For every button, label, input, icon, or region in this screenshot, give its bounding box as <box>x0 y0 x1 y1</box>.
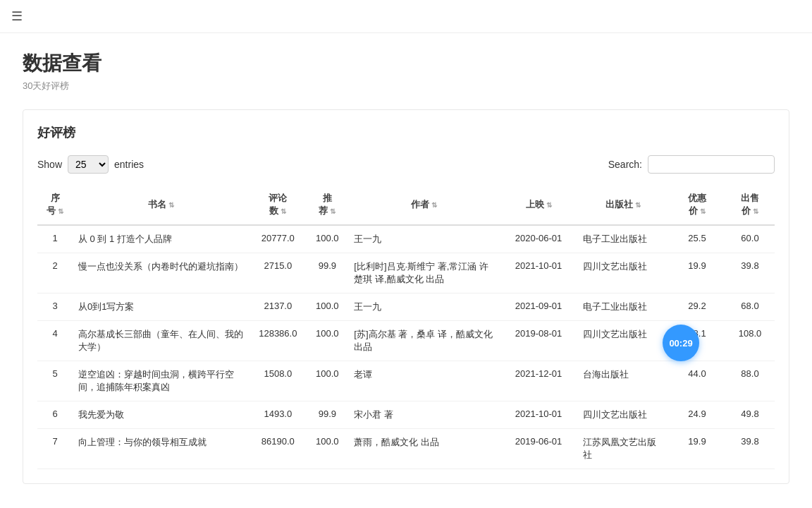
cell-date: 2021-10-01 <box>500 401 577 429</box>
cell-discount: 29.2 <box>669 294 725 321</box>
col-header-review[interactable]: 评论数⇅ <box>250 185 306 225</box>
cell-price: 39.8 <box>725 429 775 469</box>
cell-name: 慢一点也没关系（内卷时代的避坑指南） <box>73 253 250 294</box>
cell-price: 108.0 <box>725 321 775 361</box>
timer-badge[interactable]: 00:29 <box>663 325 699 361</box>
cell-discount: 19.9 <box>669 429 725 469</box>
cell-date: 2021-12-01 <box>500 361 577 401</box>
col-header-seq[interactable]: 序号⇅ <box>37 185 73 225</box>
cell-date: 2019-06-01 <box>500 429 577 469</box>
col-header-price[interactable]: 出售价⇅ <box>725 185 775 225</box>
cell-price: 68.0 <box>725 294 775 321</box>
data-table: 序号⇅ 书名⇅ 评论数⇅ 推荐⇅ 作者⇅ 上映⇅ 出版社⇅ 优惠价⇅ 出售价⇅ … <box>37 185 775 469</box>
table-row: 7 向上管理：与你的领导相互成就 86190.0 100.0 萧雨，酷威文化 出… <box>37 429 775 469</box>
cell-author: 王一九 <box>348 294 500 321</box>
cell-seq: 6 <box>37 401 73 429</box>
col-header-author[interactable]: 作者⇅ <box>348 185 500 225</box>
page-subtitle: 30天好评榜 <box>23 80 789 92</box>
cell-author: [苏]高尔基 著，桑卓 译，酷威文化 出品 <box>348 321 500 361</box>
header: ☰ <box>0 0 812 33</box>
card: 好评榜 Show 10 25 50 100 entries Search: <box>23 109 789 484</box>
cell-seq: 3 <box>37 294 73 321</box>
cell-publisher: 四川文艺出版社 <box>577 401 669 429</box>
cell-review: 1508.0 <box>250 361 306 401</box>
cell-date: 2020-06-01 <box>500 225 577 253</box>
cell-recommend: 100.0 <box>306 294 348 321</box>
cell-review: 2137.0 <box>250 294 306 321</box>
search-box: Search: <box>608 155 775 174</box>
cell-name: 我先爱为敬 <box>73 401 250 429</box>
table-row: 5 逆空追凶：穿越时间虫洞，横跨平行空间，追捕陈年积案真凶 1508.0 100… <box>37 361 775 401</box>
col-header-publisher[interactable]: 出版社⇅ <box>577 185 669 225</box>
cell-price: 39.8 <box>725 253 775 294</box>
cell-name: 高尔基成长三部曲（童年、在人间、我的大学） <box>73 321 250 361</box>
sort-icon-discount: ⇅ <box>700 207 706 215</box>
cell-author: 萧雨，酷威文化 出品 <box>348 429 500 469</box>
table-row: 3 从0到1写方案 2137.0 100.0 王一九 2021-09-01 电子… <box>37 294 775 321</box>
cell-seq: 4 <box>37 321 73 361</box>
search-input[interactable] <box>648 155 775 174</box>
show-label: Show <box>37 159 62 170</box>
show-entries: Show 10 25 50 100 entries <box>37 155 144 174</box>
page-title: 数据查看 <box>23 50 789 77</box>
cell-seq: 5 <box>37 361 73 401</box>
entries-select[interactable]: 10 25 50 100 <box>68 155 109 174</box>
sort-icon-author: ⇅ <box>431 201 437 209</box>
cell-date: 2021-09-01 <box>500 294 577 321</box>
cell-price: 60.0 <box>725 225 775 253</box>
entries-label: entries <box>114 159 144 170</box>
cell-price: 88.0 <box>725 361 775 401</box>
sort-icon-name: ⇅ <box>168 201 174 209</box>
cell-name: 从0到1写方案 <box>73 294 250 321</box>
cell-publisher: 江苏凤凰文艺出版社 <box>577 429 669 469</box>
cell-recommend: 99.9 <box>306 401 348 429</box>
cell-seq: 7 <box>37 429 73 469</box>
cell-seq: 1 <box>37 225 73 253</box>
cell-recommend: 100.0 <box>306 225 348 253</box>
cell-publisher: 台海出版社 <box>577 361 669 401</box>
cell-name: 从 0 到 1 打造个人品牌 <box>73 225 250 253</box>
cell-seq: 2 <box>37 253 73 294</box>
cell-review: 2715.0 <box>250 253 306 294</box>
cell-date: 2021-10-01 <box>500 253 577 294</box>
table-controls: Show 10 25 50 100 entries Search: <box>37 155 775 174</box>
search-label: Search: <box>608 159 642 170</box>
page-container: 数据查看 30天好评榜 好评榜 Show 10 25 50 100 entrie… <box>0 33 812 501</box>
cell-recommend: 100.0 <box>306 321 348 361</box>
sort-icon-seq: ⇅ <box>58 207 63 215</box>
sort-icon-recommend: ⇅ <box>330 207 336 215</box>
col-header-name[interactable]: 书名⇅ <box>73 185 250 225</box>
cell-publisher: 电子工业出版社 <box>577 294 669 321</box>
table-row: 6 我先爱为敬 1493.0 99.9 宋小君 著 2021-10-01 四川文… <box>37 401 775 429</box>
cell-name: 逆空追凶：穿越时间虫洞，横跨平行空间，追捕陈年积案真凶 <box>73 361 250 401</box>
table-row: 1 从 0 到 1 打造个人品牌 20777.0 100.0 王一九 2020-… <box>37 225 775 253</box>
table-row: 2 慢一点也没关系（内卷时代的避坑指南） 2715.0 99.9 [比利时]吕克… <box>37 253 775 294</box>
cell-author: 老谭 <box>348 361 500 401</box>
cell-publisher: 电子工业出版社 <box>577 225 669 253</box>
cell-review: 20777.0 <box>250 225 306 253</box>
sort-icon-date: ⇅ <box>546 201 552 209</box>
cell-review: 1493.0 <box>250 401 306 429</box>
col-header-recommend[interactable]: 推荐⇅ <box>306 185 348 225</box>
cell-discount: 44.0 <box>669 361 725 401</box>
menu-icon[interactable]: ☰ <box>11 8 23 24</box>
cell-author: 宋小君 著 <box>348 401 500 429</box>
cell-author: 王一九 <box>348 225 500 253</box>
table-header-row: 序号⇅ 书名⇅ 评论数⇅ 推荐⇅ 作者⇅ 上映⇅ 出版社⇅ 优惠价⇅ 出售价⇅ <box>37 185 775 225</box>
cell-recommend: 99.9 <box>306 253 348 294</box>
cell-review: 86190.0 <box>250 429 306 469</box>
cell-discount: 24.9 <box>669 401 725 429</box>
cell-publisher: 四川文艺出版社 <box>577 253 669 294</box>
cell-name: 向上管理：与你的领导相互成就 <box>73 429 250 469</box>
card-title: 好评榜 <box>37 124 775 141</box>
sort-icon-review: ⇅ <box>281 207 286 215</box>
cell-recommend: 100.0 <box>306 361 348 401</box>
col-header-date[interactable]: 上映⇅ <box>500 185 577 225</box>
cell-review: 128386.0 <box>250 321 306 361</box>
sort-icon-publisher: ⇅ <box>635 201 641 209</box>
cell-discount: 19.9 <box>669 253 725 294</box>
cell-author: [比利时]吕克·斯维宁 著,常江涵 许楚琪 译,酷威文化 出品 <box>348 253 500 294</box>
cell-discount: 25.5 <box>669 225 725 253</box>
col-header-discount[interactable]: 优惠价⇅ <box>669 185 725 225</box>
cell-date: 2019-08-01 <box>500 321 577 361</box>
